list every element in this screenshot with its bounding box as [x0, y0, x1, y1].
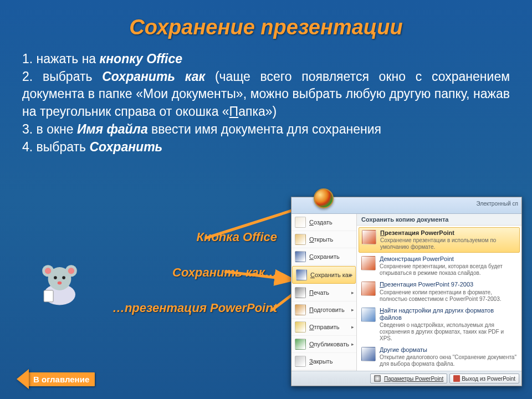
menu-label: Создать [309, 219, 332, 226]
save-option[interactable]: Презентация PowerPointСохранение презент… [359, 227, 520, 253]
menu-item[interactable]: Опубликовать▸ [291, 336, 356, 353]
exit-powerpoint-button[interactable]: Выход из PowerPoint [449, 374, 519, 383]
save-option[interactable]: Демонстрация PowerPointСохранение презен… [357, 253, 521, 279]
office-menu-body: СоздатьОткрытьСохранитьСохранить как▸Печ… [291, 214, 521, 371]
svg-point-5 [68, 268, 74, 274]
office-menu-footer: Параметры PowerPoint Выход из PowerPoint [291, 371, 521, 386]
svg-point-8 [58, 282, 62, 285]
save-option[interactable]: Презентация PowerPoint 97-2003Сохранение… [357, 279, 521, 304]
menu-label: Сохранить как [310, 272, 351, 278]
chevron-right-icon: ▸ [350, 272, 353, 278]
menu-item[interactable]: Сохранить [291, 248, 356, 265]
step-4-prefix: 4. выбрать [22, 140, 89, 154]
callout-office-button: Кнопка Office [89, 230, 277, 244]
save-option-title: Другие форматы [380, 346, 517, 354]
office-menu-screenshot: Электронный сп СоздатьОткрытьСохранитьСо… [291, 197, 522, 386]
save-option-icon [361, 282, 376, 296]
save-option-desc: Открытие диалогового окна "Сохранение до… [380, 354, 517, 367]
callout-save-as: Сохранить как… [89, 265, 277, 280]
save-option[interactable]: Другие форматыОткрытие диалогового окна … [357, 344, 521, 370]
menu-icon [295, 356, 306, 367]
instructions-text: 1. нажать на кнопку Office 2. выбрать Со… [0, 39, 532, 161]
step-1-bold: кнопку Office [100, 52, 183, 66]
menu-item[interactable]: Печать▸ [291, 284, 356, 301]
menu-item[interactable]: Сохранить как▸ [292, 266, 356, 284]
save-option-title: Презентация PowerPoint 97-2003 [380, 281, 517, 288]
svg-rect-9 [44, 290, 53, 302]
menu-icon [295, 321, 306, 332]
arrow-left-icon [17, 369, 29, 389]
save-option-desc: Сохранение презентации в используемом по… [380, 237, 516, 250]
menu-icon [295, 339, 306, 350]
menu-item[interactable]: Отправить▸ [291, 319, 356, 336]
menu-icon [295, 287, 306, 298]
menu-icon [295, 304, 306, 315]
mascot-image [33, 258, 86, 310]
chevron-right-icon: ▸ [351, 307, 354, 313]
office-button-icon[interactable] [314, 188, 334, 208]
step-2-bold: Сохранить как [102, 69, 205, 84]
save-option-title: Презентация PowerPoint [380, 229, 516, 237]
menu-icon [295, 251, 306, 262]
save-option-text: Презентация PowerPoint 97-2003Сохранение… [380, 281, 517, 302]
save-option-text: Презентация PowerPointСохранение презент… [380, 229, 516, 250]
menu-label: Подготовить [309, 306, 345, 313]
step-2-underline: П [229, 104, 239, 119]
svg-point-4 [45, 268, 51, 274]
menu-label: Опубликовать [309, 341, 349, 347]
save-option-text: Демонстрация PowerPointСохранение презен… [380, 255, 517, 277]
save-option-desc: Сведения о надстройках, используемых для… [380, 322, 517, 342]
menu-label: Печать [309, 289, 329, 296]
menu-label: Открыть [309, 236, 333, 243]
exit-icon [453, 375, 460, 382]
save-option-title: Найти надстройки для других форматов фай… [380, 307, 517, 321]
chevron-right-icon: ▸ [351, 290, 354, 295]
office-right-items: Презентация PowerPointСохранение презент… [357, 226, 521, 371]
save-option-text: Другие форматыОткрытие диалогового окна … [380, 346, 517, 367]
office-menu-left-column: СоздатьОткрытьСохранитьСохранить как▸Печ… [291, 214, 357, 371]
page-title: Сохранение презентации [0, 0, 532, 39]
toc-label: В оглавление [28, 372, 95, 386]
save-option-desc: Сохранение копии презентации в формате, … [380, 289, 517, 303]
save-option[interactable]: Найти надстройки для других форматов фай… [357, 305, 521, 344]
step-3-prefix: 3. в окне [22, 122, 77, 136]
menu-item[interactable]: Подготовить▸ [291, 301, 356, 319]
office-titlebar: Электронный сп [291, 197, 521, 214]
menu-item[interactable]: Закрыть [291, 353, 356, 370]
chevron-right-icon: ▸ [351, 324, 354, 330]
powerpoint-options-button[interactable]: Параметры PowerPoint [370, 374, 447, 383]
callout-labels: Кнопка Office Сохранить как… …презентаци… [89, 230, 277, 336]
chevron-right-icon: ▸ [351, 341, 354, 347]
menu-label: Отправить [309, 324, 340, 330]
step-2-rest2: апка») [238, 104, 277, 119]
step-1-prefix: 1. нажать на [22, 52, 100, 66]
step-2-prefix: 2. выбрать [22, 69, 102, 84]
save-option-icon [361, 347, 376, 361]
menu-item[interactable]: Создать [291, 214, 356, 231]
save-option-desc: Сохранение презентации, которая всегда б… [380, 263, 517, 277]
svg-point-6 [54, 276, 57, 279]
save-option-icon [361, 256, 376, 270]
options-icon [374, 375, 381, 382]
options-label: Параметры PowerPoint [384, 376, 443, 382]
office-right-header: Сохранить копию документа [357, 214, 521, 226]
menu-label: Закрыть [309, 358, 332, 365]
step-3-rest: ввести имя документа для сохранения [148, 122, 381, 136]
menu-icon [295, 234, 306, 245]
save-option-text: Найти надстройки для других форматов фай… [380, 307, 517, 342]
office-menu-right-column: Сохранить копию документа Презентация Po… [357, 214, 521, 371]
office-title-right: Электронный сп [477, 201, 518, 207]
menu-item[interactable]: Открыть [291, 231, 356, 248]
menu-icon [295, 217, 306, 228]
save-option-icon [361, 308, 376, 322]
save-option-title: Демонстрация PowerPoint [380, 255, 517, 263]
svg-point-7 [62, 276, 65, 279]
step-3-bold: Имя файла [77, 122, 148, 136]
toc-button[interactable]: В оглавление [17, 369, 95, 389]
menu-icon [296, 269, 307, 280]
step-4-bold: Сохранить [89, 140, 162, 154]
save-option-icon [362, 230, 376, 244]
callout-presentation-pp: …презентация PowerPoint [89, 301, 277, 315]
exit-label: Выход из PowerPoint [462, 376, 515, 382]
menu-label: Сохранить [309, 253, 340, 260]
